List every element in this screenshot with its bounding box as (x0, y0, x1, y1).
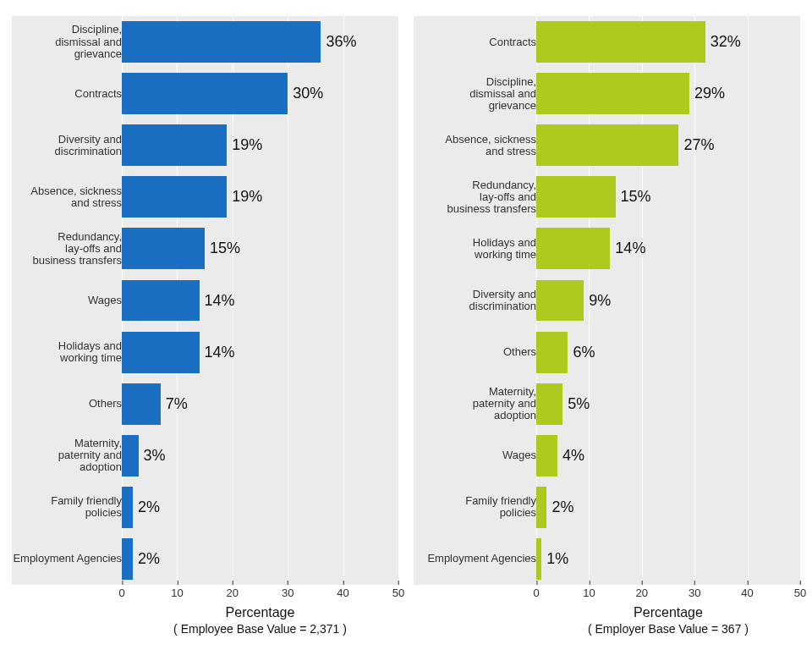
x-tick-label: 20 (227, 587, 239, 599)
bar-row: 15% (122, 223, 398, 274)
y-tick-label: Absence, sickness and stress (30, 171, 122, 223)
right-plot-area: ContractsDiscipline, dismissal and griev… (414, 16, 800, 585)
left-y-axis: Discipline, dismissal and grievanceContr… (12, 16, 122, 585)
y-tick-label: Family friendly policies (51, 482, 122, 533)
bar (122, 228, 205, 269)
y-tick-label: Wages (502, 430, 536, 482)
bar (536, 280, 584, 322)
bar-row: 5% (536, 378, 800, 430)
y-tick-label: Holidays and working time (58, 326, 122, 377)
x-tick: 0 (118, 587, 124, 599)
bar-value-label: 30% (293, 85, 323, 102)
x-tick: 50 (794, 587, 806, 599)
right-chart-panel: ContractsDiscipline, dismissal and griev… (406, 8, 808, 642)
bar (122, 487, 133, 528)
x-tick: 30 (689, 587, 700, 599)
y-tick-label: Absence, sickness and stress (445, 119, 536, 171)
right-x-label: Percentage (407, 605, 807, 620)
y-tick-label: Redundancy, lay-offs and business transf… (33, 223, 123, 274)
bar (122, 280, 200, 322)
bar-value-label: 36% (326, 33, 356, 51)
x-tick: 40 (337, 587, 348, 599)
x-tick-label: 10 (171, 587, 183, 599)
bar-row: 4% (536, 430, 800, 482)
bar (536, 124, 678, 166)
y-tick-label: Family friendly policies (465, 482, 536, 533)
right-x-axis: 01020304050 (414, 587, 800, 603)
bar (122, 538, 133, 580)
bar (536, 21, 705, 63)
bar (122, 73, 288, 114)
bar (122, 21, 321, 63)
right-base-label: ( Employer Base Value = 367 ) (407, 622, 807, 636)
bar-value-label: 14% (615, 240, 645, 257)
bar-value-label: 7% (166, 395, 188, 413)
bar-row: 15% (536, 171, 800, 223)
bar-value-label: 2% (138, 550, 160, 568)
y-tick-label: Wages (88, 274, 122, 326)
y-tick-label: Contracts (74, 68, 122, 119)
x-tick: 20 (227, 587, 239, 599)
x-tick-label: 40 (741, 587, 753, 599)
bar-row: 2% (122, 533, 398, 585)
bar-row: 32% (536, 16, 800, 68)
bar-value-label: 19% (232, 188, 262, 206)
y-tick-label: Discipline, dismissal and grievance (469, 68, 536, 119)
x-tick: 40 (741, 587, 753, 599)
y-tick-label: Holidays and working time (473, 223, 536, 274)
bar (536, 176, 616, 218)
bar-value-label: 2% (138, 499, 160, 516)
bar-row: 19% (122, 119, 398, 171)
bar (122, 176, 227, 218)
bar-row: 14% (536, 223, 800, 274)
bar-row: 7% (122, 378, 398, 430)
bar-row: 2% (122, 482, 398, 533)
x-tick-label: 0 (533, 587, 539, 599)
bar-value-label: 27% (683, 136, 714, 154)
bar (536, 332, 568, 373)
left-plot-area: Discipline, dismissal and grievanceContr… (12, 16, 398, 585)
bar-value-label: 6% (573, 344, 595, 361)
right-y-axis: ContractsDiscipline, dismissal and griev… (414, 16, 536, 585)
bar-row: 30% (122, 68, 398, 119)
bar (536, 435, 557, 476)
charts-container: Discipline, dismissal and grievanceContr… (0, 0, 812, 650)
x-tick-label: 20 (636, 587, 648, 599)
gridline (800, 16, 801, 585)
x-tick-label: 50 (392, 587, 404, 599)
bar-value-label: 15% (621, 188, 651, 206)
bar (122, 124, 227, 166)
bar (536, 487, 546, 528)
x-tick: 10 (171, 587, 183, 599)
x-tick: 20 (636, 587, 648, 599)
bar (536, 383, 562, 425)
bar (122, 383, 161, 425)
bar-value-label: 1% (546, 550, 568, 568)
bar-value-label: 32% (710, 33, 741, 51)
y-tick-label: Employment Agencies (427, 533, 536, 585)
bar-value-label: 3% (144, 447, 166, 465)
x-tick-label: 0 (118, 587, 124, 599)
left-bars-area: 36%30%19%19%15%14%14%7%3%2%2% (122, 16, 398, 585)
bar-row: 3% (122, 430, 398, 482)
gridline (398, 16, 399, 585)
x-tick: 10 (583, 587, 595, 599)
bar-value-label: 29% (694, 85, 725, 102)
bar-row: 19% (122, 171, 398, 223)
bar-value-label: 14% (205, 344, 235, 361)
bar-row: 14% (122, 327, 398, 378)
x-tick-label: 40 (337, 587, 348, 599)
y-tick-label: Others (503, 326, 536, 377)
y-tick-label: Maternity, paternity and adoption (473, 378, 536, 430)
y-tick-label: Others (89, 378, 122, 430)
bar-row: 14% (122, 274, 398, 326)
y-tick-label: Diversity and discrimination (469, 274, 536, 326)
left-chart-panel: Discipline, dismissal and grievanceContr… (4, 8, 406, 642)
y-tick-label: Contracts (489, 16, 536, 68)
bar (122, 435, 139, 476)
bar-value-label: 5% (568, 395, 590, 413)
bar (536, 228, 610, 269)
bar-value-label: 19% (232, 136, 262, 154)
bar-value-label: 4% (562, 447, 584, 465)
bar-value-label: 15% (210, 240, 240, 257)
